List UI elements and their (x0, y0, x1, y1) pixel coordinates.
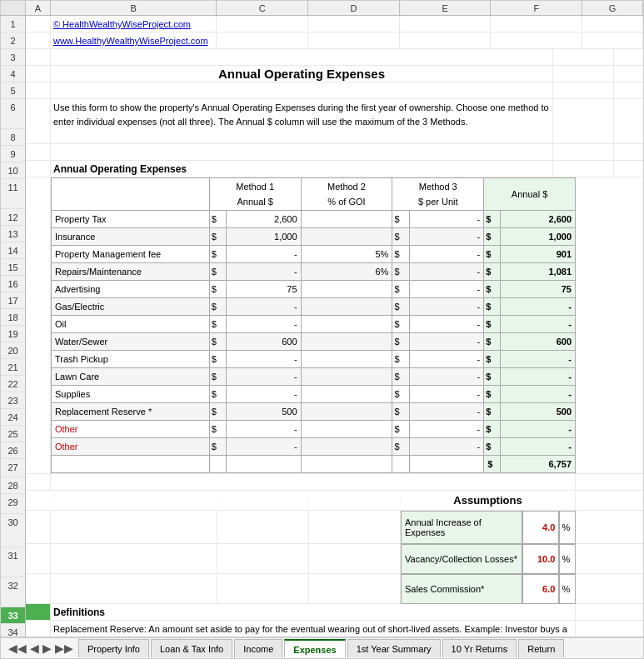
row-30: Annual Increase of Expenses 4.0 % (26, 511, 643, 544)
website-link[interactable]: www.HealthyWealthyWiseProject.com (53, 36, 208, 46)
cell-5a (26, 82, 51, 98)
cell-29a (26, 500, 51, 502)
expense-m3d-0: $ (392, 211, 409, 228)
expense-m1v-7[interactable]: 600 (226, 333, 301, 351)
row-2: www.HealthyWealthyWiseProject.com (26, 32, 643, 49)
cell-1g (582, 16, 643, 32)
expense-row-4: Advertising $ 75 $ - $ 75 (52, 281, 576, 298)
assump-val-1[interactable]: 4.0 (522, 511, 559, 544)
expense-m3v-10[interactable]: - (409, 386, 484, 403)
expense-m3v-5[interactable]: - (409, 298, 484, 316)
expense-annd-1: $ (484, 228, 501, 246)
row-3 (26, 49, 643, 66)
nav-prev[interactable]: ◀ (30, 642, 39, 655)
expense-m2-11[interactable] (301, 403, 392, 421)
cell-1a (26, 16, 51, 32)
expense-m3v-1[interactable]: - (409, 228, 484, 246)
expense-m3v-4[interactable]: - (409, 281, 484, 298)
row-num-4: 4 (1, 66, 25, 82)
expense-label-3: Repairs/Maintenance (52, 263, 210, 281)
cell-31a (26, 544, 51, 574)
expense-m1v-0[interactable]: 2,600 (226, 211, 301, 228)
expense-m1v-6[interactable]: - (226, 316, 301, 333)
expense-m2-9[interactable] (301, 368, 392, 386)
copyright-text[interactable]: © HealthWealthyWiseProject.com (53, 19, 191, 29)
expense-m2-13[interactable] (301, 438, 392, 456)
cell-30d (309, 511, 401, 544)
expense-m1d-3: $ (209, 263, 226, 281)
expense-m1v-13[interactable]: - (226, 438, 301, 456)
expense-m3v-9[interactable]: - (409, 368, 484, 386)
row-num-32: 32 (1, 577, 25, 607)
expense-m1v-10[interactable]: - (226, 386, 301, 403)
expense-m3v-6[interactable]: - (409, 316, 484, 333)
expense-row-1: Insurance $ 1,000 $ - $ 1,000 (52, 228, 576, 246)
tab-bar: ◀◀ ◀ ▶ ▶▶ Property Info Loan & Tax Info … (1, 637, 643, 658)
expense-m2-1[interactable] (301, 228, 392, 246)
expense-m3v-13[interactable]: - (409, 438, 484, 456)
row-numbers: 1 2 3 4 5 6 7 8 9 10 11 12 13 14 15 16 1… (1, 16, 26, 637)
expense-m1v-2[interactable]: - (226, 246, 301, 263)
tab-expenses[interactable]: Expenses (284, 639, 345, 657)
row-num-23: 23 (1, 392, 25, 409)
expense-annv-3: 1,081 (501, 263, 576, 281)
tab-10yr-returns[interactable]: 10 Yr Returns (442, 639, 517, 657)
expense-m2-12[interactable] (301, 421, 392, 438)
expense-row-10: Supplies $ - $ - $ - (52, 386, 576, 403)
expense-m2-6[interactable] (301, 316, 392, 333)
expense-annv-8: - (501, 351, 576, 368)
nav-first[interactable]: ◀◀ (8, 642, 27, 655)
cell-28a (26, 474, 51, 490)
expense-m3v-0[interactable]: - (409, 211, 484, 228)
expense-m1v-4[interactable]: 75 (226, 281, 301, 298)
cell-34a (26, 621, 51, 637)
expense-m3v-11[interactable]: - (409, 403, 484, 421)
expense-m2-2[interactable]: 5% (301, 246, 392, 263)
expense-m3v-3[interactable]: - (409, 263, 484, 281)
expense-m3d-10: $ (392, 386, 409, 403)
cell-5g (553, 82, 614, 98)
cell-2b: www.HealthyWealthyWiseProject.com (51, 32, 217, 48)
expense-m1v-9[interactable]: - (226, 368, 301, 386)
expense-m2-7[interactable] (301, 333, 392, 351)
expense-m1v-3[interactable]: - (226, 263, 301, 281)
expense-row-6: Oil $ - $ - $ - (52, 316, 576, 333)
nav-next[interactable]: ▶ (42, 642, 52, 655)
expense-label-2: Property Management fee (52, 246, 210, 263)
expense-m3v-8[interactable]: - (409, 351, 484, 368)
tab-income[interactable]: Income (234, 639, 282, 657)
expense-annd-6: $ (484, 316, 501, 333)
expense-m2-4[interactable] (301, 281, 392, 298)
nav-last[interactable]: ▶▶ (55, 642, 73, 655)
cell-31c (217, 544, 309, 574)
expense-m3v-12[interactable]: - (409, 421, 484, 438)
row-6-8: Use this form to show the property's Ann… (26, 99, 643, 144)
cell-31b (51, 544, 217, 574)
assump-val-2[interactable]: 10.0 (522, 544, 559, 574)
expense-m1v-1[interactable]: 1,000 (226, 228, 301, 246)
row-num-8: 8 (1, 129, 25, 146)
expense-m1v-5[interactable]: - (226, 298, 301, 316)
row-num-1: 1 (1, 16, 25, 32)
expense-m3d-1: $ (392, 228, 409, 246)
expense-m2-8[interactable] (301, 351, 392, 368)
expense-m1v-12[interactable]: - (226, 421, 301, 438)
tab-1st-year-summary[interactable]: 1st Year Summary (347, 639, 441, 657)
tab-property-info[interactable]: Property Info (78, 639, 149, 657)
expense-m1v-8[interactable]: - (226, 351, 301, 368)
tab-loan-tax-info[interactable]: Loan & Tax Info (151, 639, 232, 657)
expense-m3v-7[interactable]: - (409, 333, 484, 351)
expense-m3v-2[interactable]: - (409, 246, 484, 263)
expense-m2-5[interactable] (301, 298, 392, 316)
expense-row-2: Property Management fee $ - 5% $ - $ 901 (52, 246, 576, 263)
expense-m2-10[interactable] (301, 386, 392, 403)
expense-m1v-11[interactable]: 500 (226, 403, 301, 421)
assump-pct-2: % (559, 544, 576, 574)
expense-m2-3[interactable]: 6% (301, 263, 392, 281)
expense-m2-0[interactable] (301, 211, 392, 228)
assump-val-3[interactable]: 6.0 (522, 574, 559, 604)
cell-2a (26, 32, 51, 48)
cell-4a (26, 66, 51, 82)
cell-30c (217, 511, 309, 544)
tab-return[interactable]: Return (518, 639, 564, 657)
